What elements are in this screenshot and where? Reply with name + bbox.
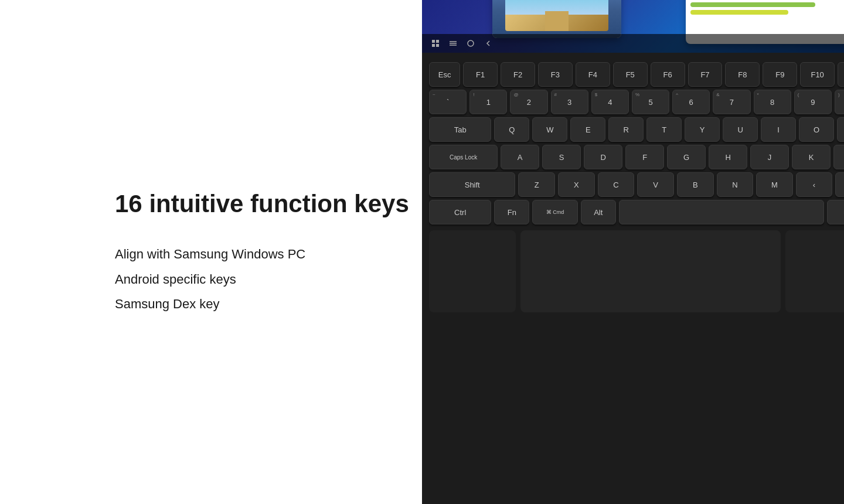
key-m[interactable]: M <box>756 172 793 197</box>
key-2[interactable]: @ 2 <box>510 90 547 114</box>
key-y[interactable]: Y <box>685 117 720 142</box>
key-f7-label: F7 <box>700 70 709 79</box>
key-a[interactable]: A <box>501 145 539 169</box>
taskbar-menu-icon <box>449 39 457 47</box>
key-esc-label: Esc <box>438 70 451 79</box>
key-f9[interactable]: F9 <box>763 62 797 87</box>
trackpad-main[interactable] <box>520 230 781 312</box>
key-3[interactable]: # 3 <box>551 90 588 114</box>
key-5[interactable]: % 5 <box>632 90 669 114</box>
key-f7[interactable]: F7 <box>688 62 723 87</box>
svg-rect-2 <box>432 44 435 47</box>
caps-key-row: Caps Lock A S D F G H J K L <box>429 145 844 169</box>
key-c[interactable]: C <box>598 172 635 197</box>
screen-content: Pictures Albums Daily Tra <box>422 0 844 53</box>
key-fn[interactable]: Fn <box>494 200 529 224</box>
key-9[interactable]: ( 9 <box>794 90 832 114</box>
trackpad-left <box>429 230 516 312</box>
key-space[interactable] <box>619 200 824 224</box>
shift-key-row: Shift Z X C V B N M ‹ › <box>429 172 844 197</box>
svg-point-7 <box>468 40 474 46</box>
key-w[interactable]: W <box>532 117 567 142</box>
key-z[interactable]: Z <box>518 172 555 197</box>
bar-chart <box>686 0 844 22</box>
taskbar-back-icon <box>484 39 492 47</box>
key-i[interactable]: I <box>761 117 796 142</box>
device: Pictures Albums Daily Tra <box>422 0 844 504</box>
page-heading: 16 intuitive function keys <box>115 190 410 217</box>
key-f3-label: F3 <box>551 70 560 79</box>
key-alt[interactable]: Alt <box>581 200 616 224</box>
feature-item-1: Align with Samsung Windows PC <box>115 246 410 264</box>
key-4[interactable]: $ 4 <box>591 90 629 114</box>
key-f1-label: F1 <box>476 70 485 79</box>
key-p[interactable]: P <box>837 117 844 142</box>
svg-rect-1 <box>436 40 439 43</box>
key-f6-label: F6 <box>663 70 672 79</box>
key-f4-label: F4 <box>588 70 597 79</box>
key-caps-lock[interactable]: Caps Lock <box>429 145 498 169</box>
key-7[interactable]: & 7 <box>713 90 750 114</box>
key-n[interactable]: N <box>717 172 754 197</box>
key-f[interactable]: F <box>625 145 664 169</box>
key-f5-label: F5 <box>626 70 635 79</box>
key-o[interactable]: O <box>799 117 834 142</box>
key-f6[interactable]: F6 <box>651 62 685 87</box>
trackpad-area <box>429 230 844 312</box>
svg-rect-3 <box>436 44 439 47</box>
key-x[interactable]: X <box>558 172 595 197</box>
photo-building <box>545 11 569 31</box>
key-r[interactable]: R <box>608 117 644 142</box>
number-key-row: ~ ` ! 1 @ 2 # 3 <box>429 90 844 114</box>
key-s[interactable]: S <box>542 145 581 169</box>
feature-list: Align with Samsung Windows PC Android sp… <box>115 246 410 314</box>
key-f3[interactable]: F3 <box>538 62 573 87</box>
key-esc[interactable]: Esc <box>429 62 460 87</box>
left-panel: 16 intuitive function keys Align with Sa… <box>0 0 410 504</box>
taskbar-circle-icon <box>467 39 475 47</box>
key-f10-label: F10 <box>811 70 823 79</box>
key-h[interactable]: H <box>709 145 747 169</box>
key-k[interactable]: K <box>792 145 831 169</box>
key-f5[interactable]: F5 <box>613 62 648 87</box>
key-f2[interactable]: F2 <box>501 62 535 87</box>
key-f4[interactable]: F4 <box>576 62 610 87</box>
key-1[interactable]: ! 1 <box>469 90 507 114</box>
key-f2-label: F2 <box>513 70 522 79</box>
trackpad-right <box>785 230 844 312</box>
bar-2 <box>690 2 815 7</box>
key-shift-left[interactable]: Shift <box>429 172 515 197</box>
bar-3 <box>690 10 788 15</box>
key-l[interactable]: L <box>833 145 844 169</box>
key-f11[interactable]: F11 <box>838 62 844 87</box>
key-j[interactable]: J <box>750 145 789 169</box>
tab-key-row: Tab Q W E R T Y U I O P <box>429 117 844 142</box>
keyboard-body: Esc F1 F2 F3 F4 F5 <box>422 53 844 504</box>
key-t[interactable]: T <box>646 117 682 142</box>
key-u[interactable]: U <box>723 117 758 142</box>
key-lang[interactable]: Lang <box>827 200 844 224</box>
key-f1[interactable]: F1 <box>463 62 498 87</box>
key-ctrl[interactable]: Ctrl <box>429 200 491 224</box>
key-f10[interactable]: F10 <box>800 62 835 87</box>
key-cmd[interactable]: ⌘ Cmd <box>532 200 577 224</box>
key-d[interactable]: D <box>584 145 622 169</box>
key-b[interactable]: B <box>677 172 714 197</box>
key-8[interactable]: * 8 <box>754 90 791 114</box>
key-arrow-right[interactable]: › <box>835 172 844 197</box>
key-g[interactable]: G <box>667 145 706 169</box>
key-0[interactable]: ) 0 <box>835 90 844 114</box>
key-f9-label: F9 <box>775 70 784 79</box>
key-tab[interactable]: Tab <box>429 117 491 142</box>
key-q[interactable]: Q <box>494 117 529 142</box>
key-f8[interactable]: F8 <box>725 62 760 87</box>
ctrl-key-row: Ctrl Fn ⌘ Cmd Alt Lang <box>429 200 844 224</box>
key-v[interactable]: V <box>637 172 674 197</box>
key-6[interactable]: ^ 6 <box>672 90 710 114</box>
right-panel: Pictures Albums Daily Tra <box>410 0 844 504</box>
key-e[interactable]: E <box>570 117 605 142</box>
key-tilde[interactable]: ~ ` <box>429 90 467 114</box>
bar-row-3 <box>690 10 844 15</box>
feature-item-2: Android specific keys <box>115 271 410 289</box>
key-arrow-left[interactable]: ‹ <box>796 172 833 197</box>
